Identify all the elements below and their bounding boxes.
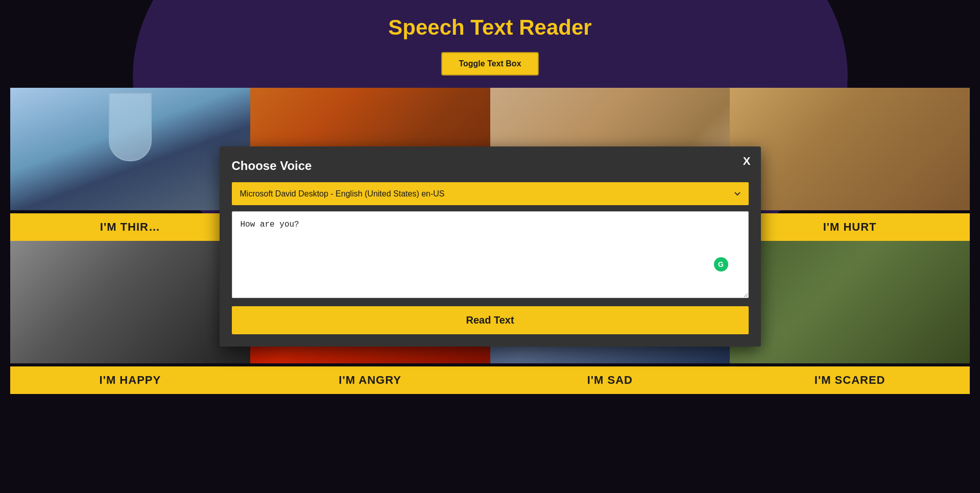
modal-title: Choose Voice — [232, 159, 749, 173]
read-text-button[interactable]: Read Text — [232, 306, 749, 334]
modal-close-button[interactable]: X — [743, 155, 751, 168]
choose-voice-modal: X Choose Voice Microsoft David Desktop -… — [220, 146, 761, 347]
voice-select[interactable]: Microsoft David Desktop - English (Unite… — [232, 182, 749, 205]
modal-overlay: X Choose Voice Microsoft David Desktop -… — [0, 0, 980, 493]
speech-textarea[interactable]: How are you? — [232, 211, 749, 298]
grammarly-icon: G — [714, 257, 728, 272]
